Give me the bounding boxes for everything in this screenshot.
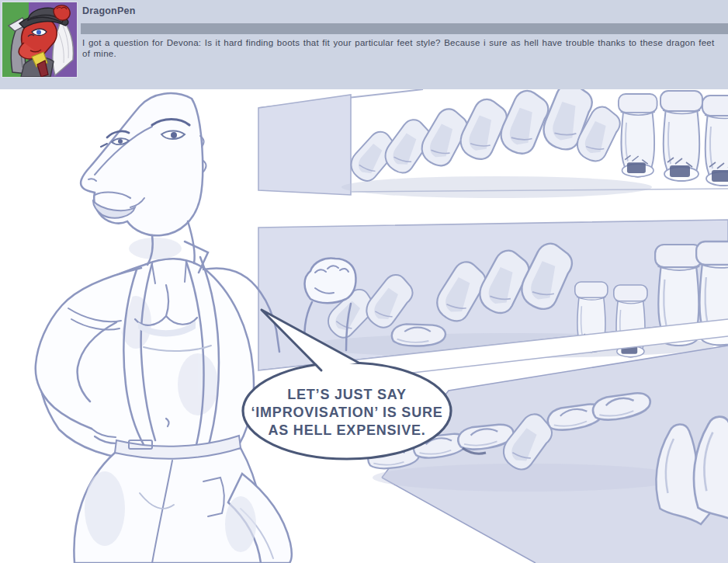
bubble-line-1: LET’S JUST SAY bbox=[287, 387, 407, 402]
username: DragonPen bbox=[82, 5, 135, 16]
avatar bbox=[2, 2, 77, 77]
shelf-top bbox=[258, 89, 728, 198]
bubble-line-2: ‘IMPROVISATION’ IS SURE bbox=[251, 405, 442, 420]
shoe-shelves bbox=[258, 89, 728, 563]
comic-scene: LET’S JUST SAY ‘IMPROVISATION’ IS SURE A… bbox=[0, 89, 728, 563]
divider-bar bbox=[81, 23, 728, 34]
bubble-line-3: AS HELL EXPENSIVE. bbox=[268, 422, 425, 438]
question-text: I got a question for Devona: Is it hard … bbox=[82, 37, 725, 59]
dragonpen-avatar-icon bbox=[2, 2, 77, 77]
comic-panel: LET’S JUST SAY ‘IMPROVISATION’ IS SURE A… bbox=[0, 89, 728, 563]
question-post-header: DragonPen I got a question for Devona: I… bbox=[0, 0, 728, 89]
